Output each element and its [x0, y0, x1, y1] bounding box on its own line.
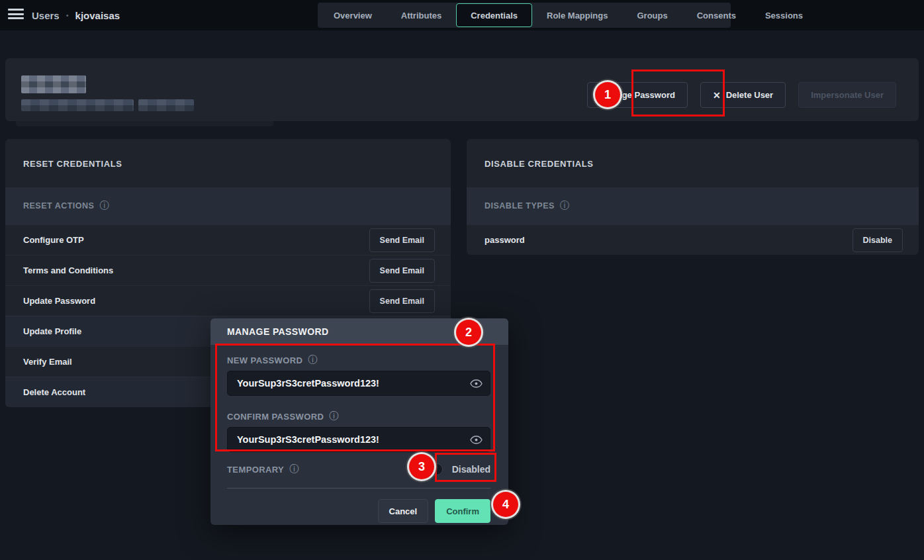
toggle-state-label: Disabled — [452, 464, 490, 475]
manage-password-modal: MANAGE PASSWORD NEW PASSWORD ⓘ CONFIRM P… — [210, 318, 508, 525]
tab-groups[interactable]: Groups — [622, 3, 682, 27]
row-label: Update Password — [23, 296, 95, 306]
hamburger-menu-icon[interactable] — [8, 9, 24, 22]
tab-overview[interactable]: Overview — [319, 3, 387, 27]
modal-body: NEW PASSWORD ⓘ CONFIRM PASSWORD ⓘ — [210, 345, 508, 523]
row-label: Update Profile — [23, 326, 81, 336]
disable-credentials-title: DISABLE CREDENTIALS — [467, 139, 919, 187]
confirm-button[interactable]: Confirm — [435, 499, 490, 523]
temporary-label-row: TEMPORARY ⓘ — [227, 463, 299, 475]
disable-button[interactable]: Disable — [853, 228, 903, 252]
annotation-step-1: 1 — [595, 82, 620, 107]
header-shadow-strip — [16, 121, 273, 126]
confirm-password-field-wrap — [227, 427, 492, 452]
table-row: Update Password Send Email — [5, 285, 451, 316]
redacted-user-details — [138, 99, 194, 111]
confirm-password-label-row: CONFIRM PASSWORD ⓘ — [227, 410, 492, 422]
new-password-input[interactable] — [227, 371, 490, 396]
x-icon: ✕ — [713, 90, 721, 101]
disable-credentials-panel: DISABLE CREDENTIALS DISABLE TYPES ⓘ pass… — [467, 139, 919, 255]
row-label: Verify Email — [23, 357, 72, 367]
breadcrumb-separator: • — [66, 11, 69, 19]
tab-attributes[interactable]: Attributes — [387, 3, 456, 27]
delete-user-button[interactable]: ✕ Delete User — [700, 82, 786, 108]
disable-types-label: DISABLE TYPES — [485, 201, 555, 210]
breadcrumb-username: kjovaisas — [75, 10, 120, 21]
table-row: Terms and Conditions Send Email — [5, 255, 451, 285]
row-label: Delete Account — [23, 387, 85, 397]
reset-actions-label: RESET ACTIONS — [23, 201, 94, 210]
temporary-row: TEMPORARY ⓘ Disabled — [227, 463, 490, 475]
confirm-password-label: CONFIRM PASSWORD — [227, 412, 324, 422]
modal-divider — [227, 488, 490, 489]
eye-icon[interactable] — [470, 435, 483, 445]
breadcrumb-section[interactable]: Users — [32, 10, 60, 21]
temporary-label: TEMPORARY — [227, 465, 284, 475]
annotation-step-2: 2 — [456, 320, 481, 345]
tab-credentials[interactable]: Credentials — [456, 3, 532, 27]
top-bar: Users • kjovaisas Overview Attributes Cr… — [0, 0, 924, 30]
reset-actions-header: RESET ACTIONS ⓘ — [5, 187, 451, 224]
info-icon[interactable]: ⓘ — [329, 410, 338, 422]
tab-sessions[interactable]: Sessions — [751, 3, 817, 27]
send-email-button[interactable]: Send Email — [369, 228, 435, 252]
table-row: Configure OTP Send Email — [5, 224, 451, 255]
info-icon[interactable]: ⓘ — [308, 354, 317, 366]
annotation-step-3: 3 — [409, 454, 434, 479]
user-header-card: Manage Password ✕ Delete User Impersonat… — [5, 58, 919, 121]
disable-types-header: DISABLE TYPES ⓘ — [467, 187, 919, 224]
table-row: password Disable — [467, 224, 919, 255]
row-label: password — [485, 235, 525, 245]
impersonate-user-button[interactable]: Impersonate User — [798, 82, 896, 108]
tab-role-mappings[interactable]: Role Mappings — [532, 3, 622, 27]
annotation-step-4: 4 — [493, 492, 518, 517]
info-icon[interactable]: ⓘ — [99, 200, 109, 212]
user-action-buttons: Manage Password ✕ Delete User Impersonat… — [587, 82, 896, 108]
cancel-button[interactable]: Cancel — [378, 499, 429, 523]
row-label: Configure OTP — [23, 235, 84, 245]
tab-consents[interactable]: Consents — [682, 3, 751, 27]
redacted-username — [21, 75, 86, 93]
new-password-field-wrap — [227, 371, 492, 396]
delete-user-label: Delete User — [726, 90, 774, 100]
eye-icon[interactable] — [470, 379, 483, 389]
send-email-button[interactable]: Send Email — [369, 259, 435, 283]
send-email-button[interactable]: Send Email — [369, 289, 435, 313]
reset-credentials-title: RESET CREDENTIALS — [5, 139, 451, 187]
redacted-user-details — [21, 99, 134, 111]
user-tabs: Overview Attributes Credentials Role Map… — [318, 3, 731, 28]
new-password-label: NEW PASSWORD — [227, 355, 302, 365]
row-label: Terms and Conditions — [23, 265, 113, 275]
info-icon[interactable]: ⓘ — [289, 463, 299, 475]
confirm-password-input[interactable] — [227, 427, 490, 452]
new-password-label-row: NEW PASSWORD ⓘ — [227, 354, 492, 366]
keycloak-admin-page: Users • kjovaisas Overview Attributes Cr… — [0, 0, 924, 560]
breadcrumb: Users • kjovaisas — [32, 0, 120, 30]
modal-actions: Cancel Confirm — [227, 499, 490, 523]
info-icon[interactable]: ⓘ — [560, 200, 570, 212]
